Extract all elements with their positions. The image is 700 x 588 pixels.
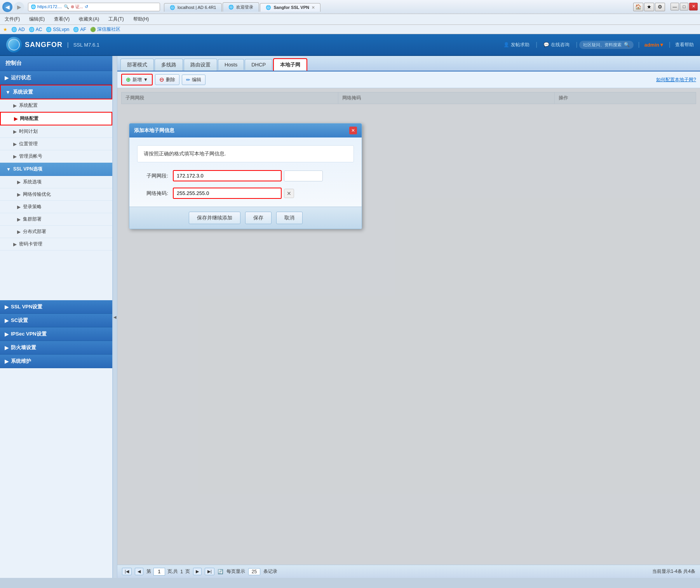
online-consult-btn[interactable]: 💬 在线咨询 (539, 40, 574, 50)
sidebar-item-login-policy[interactable]: ▶ 登录策略 (0, 201, 112, 213)
save-continue-btn[interactable]: 保存并继续添加 (189, 212, 240, 224)
tab-deploy-mode[interactable]: 部署模式 (120, 59, 154, 71)
tab-local-subnet[interactable]: 本地子网 (273, 58, 307, 71)
sidebar: 控制台 ▶ 运行状态 ▼ 系统设置 ▶ 系统配置 ▶ 网络配置 ▶ 时间计划 (0, 56, 113, 578)
star-btn[interactable]: ★ (644, 3, 654, 11)
dialog-close-btn[interactable]: ✕ (349, 127, 357, 134)
arrow-icon: ▶ (5, 75, 9, 81)
win-close[interactable]: ✕ (689, 3, 698, 10)
fav-community[interactable]: 🟢 深信服社区 (90, 26, 120, 33)
new-btn[interactable]: ⊕ 新增 ▼ (121, 74, 153, 85)
menu-help[interactable]: 帮助(H) (132, 15, 151, 23)
tab-hosts[interactable]: Hosts (218, 59, 244, 70)
fav-sslvpn[interactable]: 🌐 SSLvpn (46, 27, 69, 32)
edit-btn[interactable]: ✏ 编辑 (182, 75, 205, 85)
fav-af[interactable]: 🌐 AF (73, 27, 86, 32)
mask-label: 网络掩码: (137, 190, 168, 197)
next-page-btn[interactable]: ▶ (193, 568, 202, 575)
delete-btn[interactable]: ⊖ 删除 (155, 74, 179, 85)
tab-icon: 🌐 (170, 5, 175, 10)
sidebar-item-system-settings[interactable]: ▼ 系统设置 (0, 85, 112, 99)
cancel-btn[interactable]: 取消 (276, 212, 303, 224)
sidebar-item-ipsec[interactable]: ▶ IPSec VPN设置 (0, 327, 112, 341)
sidebar-item-status[interactable]: ▶ 运行状态 (0, 71, 112, 85)
menu-view[interactable]: 查看(V) (52, 15, 71, 23)
tab-close-icon[interactable]: ✕ (312, 5, 315, 10)
arrow-right-icon: ▶ (13, 141, 17, 147)
fav-ad[interactable]: 🌐 AD (11, 27, 25, 32)
menu-edit[interactable]: 编辑(E) (28, 15, 46, 23)
search-bar[interactable]: 社区疑问、资料搜索 🔍 (579, 41, 634, 49)
sidebar-item-password-card[interactable]: ▶ 密码卡管理 (0, 238, 112, 251)
sidebar-item-ssl-vpn-options[interactable]: ▼ SSL VPN选项 (0, 163, 112, 176)
tab-icon: 🌐 (228, 5, 234, 10)
sep1: | (536, 41, 537, 48)
sidebar-item-cluster[interactable]: ▶ 集群部署 (0, 213, 112, 226)
expand-icon: ▼ (6, 167, 11, 172)
sidebar-item-distributed[interactable]: ▶ 分布式部署 (0, 226, 112, 238)
subnet-input-wrap (173, 170, 323, 181)
logo: SANGFOR | SSL M7.6.1 (6, 37, 99, 52)
mask-input[interactable] (173, 188, 282, 199)
tab-routing[interactable]: 路由设置 (184, 59, 217, 71)
address-bar[interactable]: 🌐 https://172.... 🔍 ⊗ 证... ↺ (28, 3, 160, 11)
search-label: 社区疑问、资料搜索 (583, 42, 622, 48)
prev-page-btn[interactable]: ◀ (135, 568, 143, 575)
sidebar-item-maintenance[interactable]: ▶ 系统维护 (0, 355, 112, 368)
sep2: | (576, 41, 577, 48)
page-number-input[interactable] (153, 568, 165, 576)
sidebar-item-sys-config[interactable]: ▶ 系统配置 (0, 99, 112, 112)
tab-multiline[interactable]: 多线路 (155, 59, 183, 71)
forward-button[interactable]: ▶ (14, 2, 24, 12)
sidebar-header: 控制台 (0, 56, 112, 71)
dialog-footer: 保存并继续添加 保存 取消 (129, 207, 362, 229)
sidebar-collapse-handle[interactable]: ◀ (113, 56, 117, 578)
menu-file[interactable]: 文件(F) (3, 15, 21, 23)
dialog-overlay: 添加本地子网信息 ✕ 请按照正确的格式填写本地子网信息. 子网网段: (117, 88, 700, 565)
fav-ac[interactable]: 🌐 AC (29, 27, 42, 32)
last-page-btn[interactable]: ▶| (205, 568, 214, 575)
tab-sangfor[interactable]: 🌐 Sangfor SSL VPN ✕ (260, 3, 320, 12)
post-help-btn[interactable]: 👤 发帖求助 (499, 40, 534, 50)
toolbar: ⊕ 新增 ▼ ⊖ 删除 ✏ 编辑 如何配置本地子网? (117, 71, 700, 88)
favbar: ★ 🌐 AD 🌐 AC 🌐 SSLvpn 🌐 AF 🟢 深信服社区 (0, 25, 700, 34)
win-maximize[interactable]: □ (680, 3, 688, 10)
sidebar-item-net-optimize[interactable]: ▶ 网络传输优化 (0, 188, 112, 201)
header-nav: 👤 发帖求助 | 💬 在线咨询 | 社区疑问、资料搜索 🔍 | admin▼ |… (499, 40, 694, 50)
mask-clear-btn[interactable]: ✕ (284, 189, 294, 198)
admin-btn[interactable]: admin▼ (644, 42, 664, 48)
settings-btn[interactable]: ⚙ (655, 3, 665, 11)
sidebar-item-sc-settings[interactable]: ▶ SC设置 (0, 314, 112, 327)
tab-welcome[interactable]: 🌐 欢迎登录 (223, 2, 259, 12)
arrow-right-icon: ▶ (17, 179, 21, 185)
subnet-extra (284, 170, 323, 181)
save-btn[interactable]: 保存 (245, 212, 272, 224)
sidebar-item-net-config[interactable]: ▶ 网络配置 (0, 112, 112, 125)
search-icon[interactable]: 🔍 (624, 42, 630, 47)
sidebar-item-ssl-vpn-settings[interactable]: ▶ SSL VPN设置 (0, 300, 112, 314)
home-btn[interactable]: 🏠 (633, 3, 643, 11)
sidebar-item-firewall[interactable]: ▶ 防火墙设置 (0, 341, 112, 355)
dialog-titlebar: 添加本地子网信息 ✕ (129, 124, 362, 137)
menu-tools[interactable]: 工具(T) (107, 15, 125, 23)
first-page-btn[interactable]: |◀ (122, 568, 132, 575)
win-minimize[interactable]: — (670, 3, 679, 10)
tab-dhcp[interactable]: DHCP (245, 59, 272, 70)
app-header: SANGFOR | SSL M7.6.1 👤 发帖求助 | 💬 在线咨询 | 社… (0, 34, 700, 56)
sidebar-item-schedule[interactable]: ▶ 时间计划 (0, 125, 112, 138)
sidebar-item-sys-options[interactable]: ▶ 系统选项 (0, 176, 112, 188)
help-config-link[interactable]: 如何配置本地子网? (656, 77, 696, 83)
sidebar-item-location[interactable]: ▶ 位置管理 (0, 138, 112, 150)
help-btn[interactable]: 查看帮助 (675, 42, 694, 48)
arrow-icon: ▶ (5, 304, 9, 310)
new-icon: ⊕ (126, 76, 131, 83)
subnet-input[interactable] (173, 170, 282, 181)
tab-localhost[interactable]: 🌐 localhost | AD 6.4R1 (164, 3, 222, 12)
arrow-right-icon: ▶ (14, 116, 17, 122)
back-button[interactable]: ◀ (2, 2, 12, 12)
sep4: | (669, 41, 670, 48)
refresh-btn[interactable]: 🔄 (218, 569, 223, 574)
sidebar-item-admin[interactable]: ▶ 管理员帐号 (0, 150, 112, 163)
menu-favorites[interactable]: 收藏夹(A) (77, 15, 101, 23)
arrow-icon: ▶ (5, 358, 9, 364)
